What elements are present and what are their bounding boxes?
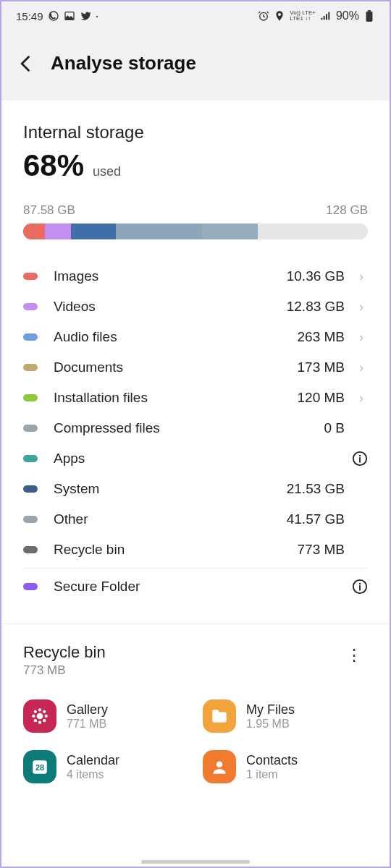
svg-text:28: 28: [35, 763, 44, 772]
category-label: Secure Folder: [54, 579, 352, 595]
twitter-icon: [80, 10, 91, 22]
category-value: 173 MB: [298, 359, 345, 375]
info-icon[interactable]: [352, 451, 368, 467]
app-label: Calendar: [67, 753, 119, 768]
category-row[interactable]: Apps: [23, 443, 368, 474]
svg-rect-5: [326, 14, 327, 20]
svg-rect-11: [359, 457, 361, 462]
category-value: 10.36 GB: [287, 268, 345, 284]
category-label: Apps: [54, 451, 352, 467]
recycle-section: Recycle bin 773 MB ⋮ Gallery771 MBMy Fil…: [1, 624, 390, 783]
category-label: Audio files: [54, 329, 298, 345]
svg-rect-6: [328, 12, 329, 20]
svg-point-10: [359, 455, 361, 456]
category-color-pill: [23, 516, 38, 523]
app-label: Gallery: [67, 702, 108, 718]
battery-icon: [363, 10, 375, 22]
category-label: Documents: [54, 359, 298, 375]
recycle-app-grid: Gallery771 MBMy Files1.95 MB28Calendar4 …: [23, 699, 368, 783]
category-value: 21.53 GB: [287, 481, 345, 497]
storage-used-label: 87.58 GB: [23, 203, 75, 218]
category-row[interactable]: Images10.36 GB›: [23, 261, 368, 292]
info-icon[interactable]: [352, 579, 368, 595]
storage-bar-segment: [71, 224, 115, 239]
status-dot: ·: [96, 12, 99, 20]
category-label: Videos: [54, 299, 287, 315]
category-row[interactable]: Documents173 MB›: [23, 352, 368, 383]
category-row: Other41.57 GB: [23, 504, 368, 535]
recycle-app-item[interactable]: Contacts1 item: [203, 750, 368, 783]
svg-point-20: [34, 710, 37, 713]
category-color-pill: [23, 485, 38, 493]
chevron-right-icon: ›: [355, 391, 368, 406]
alarm-icon: [258, 10, 269, 22]
category-label: System: [54, 481, 287, 497]
recycle-title: Recycle bin: [23, 643, 106, 662]
category-list: Images10.36 GB›Videos12.83 GB›Audio file…: [23, 261, 368, 602]
app-sub: 1.95 MB: [246, 718, 295, 731]
recycle-sub: 773 MB: [23, 663, 106, 678]
storage-bar-segment: [23, 224, 45, 239]
category-label: Installation files: [54, 390, 298, 406]
page-title: Analyse storage: [51, 52, 196, 75]
svg-rect-14: [359, 585, 361, 590]
chevron-right-icon: ›: [355, 269, 368, 284]
svg-rect-8: [368, 10, 371, 12]
battery-percent: 90%: [336, 9, 359, 22]
nav-indicator[interactable]: [1, 860, 390, 864]
image-icon: [64, 10, 75, 22]
chevron-right-icon: ›: [355, 299, 368, 315]
svg-point-23: [43, 719, 46, 722]
category-color-pill: [23, 583, 38, 590]
category-color-pill: [23, 333, 38, 341]
app-sub: 1 item: [246, 768, 298, 781]
category-value: 263 MB: [298, 329, 345, 345]
status-right: Vo)) LTE+LTE1 ↓↑ 90%: [258, 9, 375, 22]
storage-bar: [23, 224, 368, 239]
back-icon[interactable]: [16, 54, 36, 74]
category-value: 120 MB: [298, 390, 345, 406]
category-row: Recycle bin773 MB: [23, 535, 368, 565]
category-row[interactable]: Installation files120 MB›: [23, 383, 368, 413]
recycle-app-item[interactable]: Gallery771 MB: [23, 699, 188, 733]
gallery-app-icon: [23, 699, 56, 733]
calendar-app-icon: 28: [23, 750, 56, 783]
svg-point-21: [43, 710, 46, 713]
svg-point-26: [216, 761, 223, 767]
recycle-app-item[interactable]: 28Calendar4 items: [23, 750, 188, 783]
app-sub: 4 items: [67, 768, 119, 781]
storage-bar-labels: 87.58 GB 128 GB: [23, 203, 368, 218]
svg-point-16: [38, 708, 41, 711]
category-color-pill: [23, 303, 38, 310]
folder-app-icon: [203, 699, 236, 733]
svg-point-18: [32, 715, 35, 718]
storage-percent: 68%: [23, 148, 84, 183]
app-label: My Files: [246, 702, 295, 718]
svg-point-17: [38, 721, 41, 724]
storage-bar-segment: [202, 224, 258, 239]
storage-total-label: 128 GB: [326, 203, 368, 218]
storage-percent-label: used: [93, 164, 121, 179]
svg-point-15: [37, 713, 43, 720]
storage-section: Internal storage 68% used 87.58 GB 128 G…: [1, 101, 390, 624]
status-left: 15:49 ·: [16, 10, 99, 22]
app-sub: 771 MB: [67, 718, 108, 731]
storage-bar-segment: [116, 224, 202, 239]
recycle-app-item[interactable]: My Files1.95 MB: [203, 699, 368, 733]
status-time: 15:49: [16, 10, 43, 22]
category-row[interactable]: Audio files263 MB›: [23, 322, 368, 352]
category-color-pill: [23, 455, 38, 462]
category-color-pill: [23, 273, 38, 280]
more-icon[interactable]: ⋮: [340, 643, 368, 668]
category-row[interactable]: Secure Folder: [23, 568, 368, 602]
app-label: Contacts: [246, 753, 298, 768]
category-color-pill: [23, 364, 38, 371]
category-color-pill: [23, 546, 38, 553]
location-icon: [274, 10, 285, 22]
category-value: 0 B: [324, 420, 345, 436]
chevron-right-icon: ›: [355, 330, 368, 345]
chevron-right-icon: ›: [355, 360, 368, 375]
category-value: 12.83 GB: [287, 299, 345, 315]
contact-app-icon: [203, 750, 236, 783]
category-row[interactable]: Videos12.83 GB›: [23, 292, 368, 322]
